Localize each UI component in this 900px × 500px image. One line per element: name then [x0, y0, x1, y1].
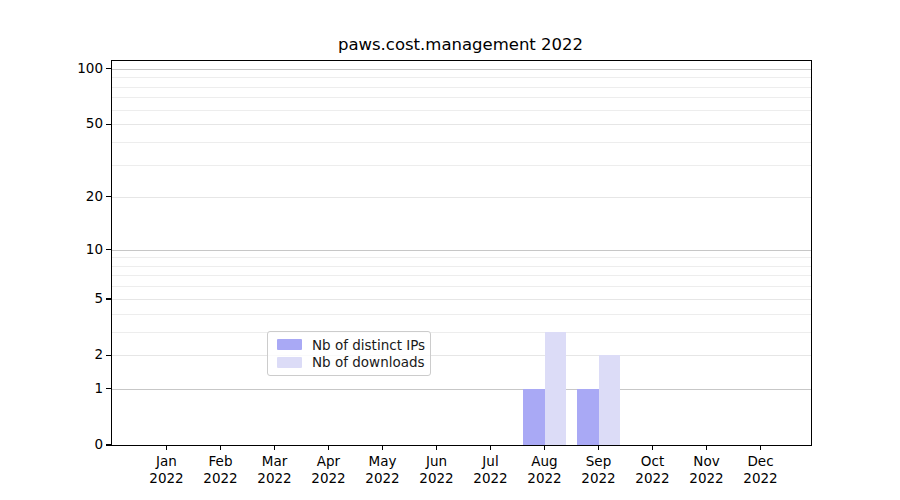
- gridline-y-minor-4: [112, 314, 811, 315]
- gridline-y-minor-40: [112, 142, 811, 143]
- y-tick-5: [106, 298, 111, 299]
- x-tick-sep: [598, 445, 599, 450]
- y-tick-50: [106, 124, 111, 125]
- y-tick-label-0: 0: [48, 438, 103, 452]
- gridline-y-50: [112, 124, 811, 125]
- legend-item-nb-of-downloads: Nb of downloads: [277, 355, 421, 369]
- x-tick-mar: [274, 445, 275, 450]
- legend-swatch-nb-of-distinct-ips: [277, 339, 302, 350]
- gridline-y-minor-8: [112, 266, 811, 267]
- gridline-y-minor-80: [112, 87, 811, 88]
- x-tick-label-dec: Dec 2022: [726, 453, 796, 487]
- x-tick-aug: [544, 445, 545, 450]
- gridline-y-minor-90: [112, 77, 811, 78]
- y-tick-1: [106, 388, 111, 389]
- y-tick-100: [106, 68, 111, 69]
- x-tick-dec: [760, 445, 761, 450]
- gridline-y-10: [112, 250, 811, 251]
- x-tick-jan: [166, 445, 167, 450]
- x-tick-apr: [328, 445, 329, 450]
- y-tick-label-100: 100: [48, 62, 103, 76]
- gridline-y-minor-7: [112, 275, 811, 276]
- y-tick-0: [106, 444, 111, 445]
- y-tick-label-50: 50: [48, 118, 103, 132]
- y-tick-20: [106, 196, 111, 197]
- x-tick-oct: [652, 445, 653, 450]
- bar-sep-nb-of-downloads: [599, 355, 621, 445]
- bar-aug-nb-of-distinct-ips: [523, 389, 545, 446]
- legend-item-nb-of-distinct-ips: Nb of distinct IPs: [277, 338, 421, 352]
- y-tick-label-10: 10: [48, 243, 103, 257]
- gridline-y-minor-60: [112, 110, 811, 111]
- bar-sep-nb-of-distinct-ips: [577, 389, 599, 446]
- legend-label: Nb of downloads: [312, 355, 425, 369]
- x-tick-feb: [220, 445, 221, 450]
- legend-swatch-nb-of-downloads: [277, 357, 302, 368]
- chart-title: paws.cost.management 2022: [111, 35, 810, 54]
- gridline-y-20: [112, 197, 811, 198]
- x-tick-may: [382, 445, 383, 450]
- x-tick-nov: [706, 445, 707, 450]
- y-tick-2: [106, 355, 111, 356]
- x-tick-jun: [436, 445, 437, 450]
- gridline-y-minor-30: [112, 165, 811, 166]
- gridline-y-2: [112, 355, 811, 356]
- chart-canvas: paws.cost.management 2022 0125102050100J…: [0, 0, 900, 500]
- y-tick-label-2: 2: [48, 349, 103, 363]
- plot-area: 0125102050100Jan 2022Feb 2022Mar 2022Apr…: [111, 60, 812, 446]
- gridline-y-minor-70: [112, 97, 811, 98]
- legend-label: Nb of distinct IPs: [312, 338, 425, 352]
- gridline-y-100: [112, 69, 811, 70]
- y-tick-10: [106, 249, 111, 250]
- y-tick-label-20: 20: [48, 190, 103, 204]
- y-tick-label-5: 5: [48, 292, 103, 306]
- gridline-y-minor-3: [112, 332, 811, 333]
- legend: Nb of distinct IPsNb of downloads: [267, 331, 431, 376]
- bar-aug-nb-of-downloads: [545, 332, 567, 445]
- gridline-y-minor-6: [112, 286, 811, 287]
- gridline-y-1: [112, 389, 811, 390]
- gridline-y-minor-9: [112, 257, 811, 258]
- y-tick-label-1: 1: [48, 382, 103, 396]
- x-tick-jul: [490, 445, 491, 450]
- gridline-y-5: [112, 299, 811, 300]
